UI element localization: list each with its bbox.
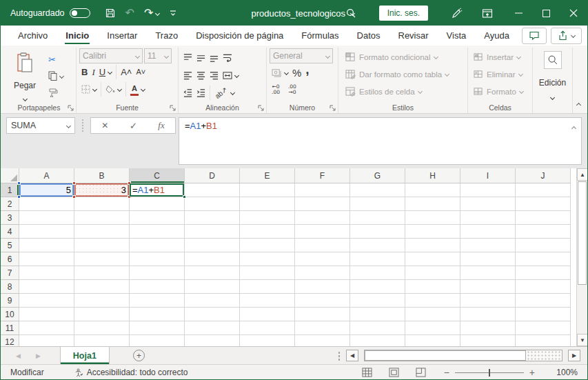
cell-j8[interactable] — [516, 280, 571, 294]
cell-e1[interactable] — [240, 183, 295, 197]
cell-d11[interactable] — [185, 321, 240, 335]
cell-f6[interactable] — [295, 252, 350, 266]
sign-in-button[interactable]: Inic. ses. — [379, 6, 428, 21]
cell-c9[interactable] — [130, 294, 185, 308]
cell-h9[interactable] — [405, 294, 460, 308]
cell-c12[interactable] — [130, 335, 185, 346]
percent-style-button[interactable]: % — [290, 64, 303, 81]
cell-e5[interactable] — [240, 239, 295, 252]
font-size-combo[interactable]: 11 — [144, 48, 172, 63]
cell-j9[interactable] — [516, 294, 571, 308]
cell-i12[interactable] — [460, 335, 516, 346]
cell-a7[interactable] — [19, 266, 74, 280]
row-header-12[interactable]: 12 — [1, 335, 19, 346]
decrease-indent-button[interactable] — [181, 85, 194, 101]
formula-input[interactable]: =A1+B1 — [179, 117, 582, 165]
align-top-button[interactable] — [181, 49, 194, 66]
minimize-button[interactable] — [505, 1, 532, 26]
cell-b3[interactable] — [74, 211, 130, 225]
vertical-scroll-thumb[interactable] — [578, 181, 587, 285]
column-header-i[interactable]: I — [460, 168, 516, 183]
cell-a3[interactable] — [19, 211, 74, 225]
cell-j1[interactable] — [516, 183, 571, 197]
orientation-button[interactable]: ab↗ — [212, 85, 236, 101]
cell-h2[interactable] — [405, 197, 460, 211]
tab-trazo[interactable]: Trazo — [146, 26, 187, 46]
cell-b7[interactable] — [74, 266, 130, 280]
cell-j2[interactable] — [516, 197, 571, 211]
scroll-up-button[interactable]: ▲ — [577, 168, 587, 181]
cell-d10[interactable] — [185, 308, 240, 321]
cell-b1[interactable]: 3 — [74, 183, 130, 197]
cell-b5[interactable] — [74, 239, 130, 252]
cell-b6[interactable] — [74, 252, 130, 266]
comments-button[interactable] — [522, 28, 547, 44]
range-handle[interactable] — [17, 181, 21, 185]
horizontal-scrollbar[interactable] — [364, 350, 562, 361]
scrollbar-resize-handle[interactable] — [338, 351, 341, 361]
customize-quick-access-button[interactable] — [164, 3, 182, 23]
cell-h4[interactable] — [405, 225, 460, 239]
cut-button[interactable]: ✂ — [46, 51, 65, 68]
zoom-level[interactable]: 100% — [553, 368, 578, 377]
cell-f7[interactable] — [295, 266, 350, 280]
column-header-f[interactable]: F — [295, 168, 350, 183]
column-header-a[interactable]: A — [19, 168, 74, 183]
cell-j11[interactable] — [516, 321, 571, 335]
row-header-11[interactable]: 11 — [1, 321, 19, 335]
cell-c1[interactable]: =A1+B1 — [130, 183, 185, 197]
tab-revisar[interactable]: Revisar — [389, 26, 438, 46]
page-break-preview-button[interactable] — [416, 368, 426, 377]
zoom-slider-handle[interactable] — [489, 369, 490, 377]
normal-view-button[interactable] — [362, 368, 372, 377]
cell-j7[interactable] — [516, 266, 571, 280]
range-handle[interactable] — [72, 181, 76, 185]
cell-c4[interactable] — [130, 225, 185, 239]
cell-e6[interactable] — [240, 252, 295, 266]
italic-button[interactable]: I — [90, 64, 97, 81]
cell-c11[interactable] — [130, 321, 185, 335]
tab-disposici-n-de-p-gina[interactable]: Disposición de página — [187, 26, 292, 46]
row-header-1[interactable]: 1 — [1, 183, 19, 197]
cell-a5[interactable] — [19, 239, 74, 252]
previous-sheet-button[interactable]: ◀ — [16, 352, 21, 359]
cell-a8[interactable] — [19, 280, 74, 294]
cell-g4[interactable] — [350, 225, 405, 239]
paste-button[interactable]: Pegar — [9, 50, 41, 102]
cell-c2[interactable] — [130, 197, 185, 211]
tab-f-rmulas[interactable]: Fórmulas — [292, 26, 347, 46]
copy-button[interactable] — [46, 68, 65, 84]
cell-g3[interactable] — [350, 211, 405, 225]
cell-b4[interactable] — [74, 225, 130, 239]
cell-f5[interactable] — [295, 239, 350, 252]
cell-i2[interactable] — [460, 197, 516, 211]
fill-handle[interactable] — [183, 195, 186, 199]
cell-d12[interactable] — [185, 335, 240, 346]
cell-a2[interactable] — [19, 197, 74, 211]
font-color-button[interactable]: A — [128, 81, 147, 98]
dialog-launcher-icon[interactable] — [258, 105, 264, 111]
font-name-combo[interactable]: Calibri — [79, 48, 143, 63]
row-header-6[interactable]: 6 — [1, 252, 19, 266]
cell-j6[interactable] — [516, 252, 571, 266]
cell-f11[interactable] — [295, 321, 350, 335]
cell-g7[interactable] — [350, 266, 405, 280]
underline-button[interactable]: U — [97, 64, 114, 81]
cell-mode-indicator[interactable]: Modificar — [10, 368, 44, 377]
cell-f2[interactable] — [295, 197, 350, 211]
zoom-slider[interactable] — [455, 372, 524, 373]
cell-f1[interactable] — [295, 183, 350, 197]
cell-b2[interactable] — [74, 197, 130, 211]
cell-e8[interactable] — [240, 280, 295, 294]
cell-g8[interactable] — [350, 280, 405, 294]
column-header-d[interactable]: D — [185, 168, 240, 183]
enter-button[interactable]: ✓ — [130, 121, 137, 131]
accessibility-status[interactable]: Accesibilidad: todo correcto — [74, 368, 188, 377]
row-header-8[interactable]: 8 — [1, 280, 19, 294]
document-title[interactable]: productos_tecnologicos — [252, 1, 355, 26]
tab-insertar[interactable]: Insertar — [98, 26, 146, 46]
column-header-g[interactable]: G — [350, 168, 405, 183]
cell-j5[interactable] — [516, 239, 571, 252]
cell-i9[interactable] — [460, 294, 516, 308]
cell-h6[interactable] — [405, 252, 460, 266]
